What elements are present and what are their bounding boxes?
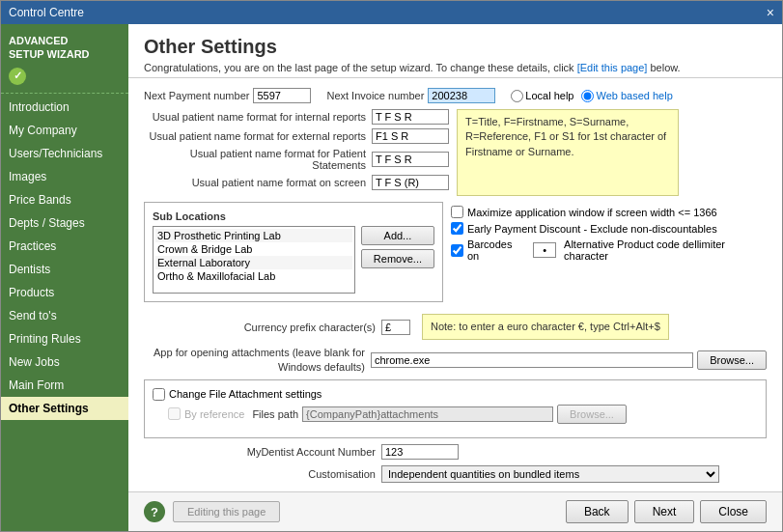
page-description: Congratulations, you are on the last pag… [144, 62, 767, 73]
editing-button: Editing this page [173, 501, 280, 522]
early-payment-checkbox[interactable] [451, 222, 463, 235]
sidebar-wizard-badge: ✓ [1, 66, 128, 91]
patient-external-label: Usual patient name format for external r… [144, 130, 366, 142]
sub-locations-box: Sub Locations 3D Prosthetic Printing Lab… [144, 202, 443, 302]
files-path-label: Files path [252, 408, 298, 420]
barcodes-checkbox-row: Barcodes on Alternative Product code del… [451, 238, 767, 262]
web-help-radio[interactable] [581, 90, 594, 102]
sidebar-item-send-tos[interactable]: Send to's [1, 304, 128, 327]
change-file-label: Change File Attachment settings [169, 388, 322, 400]
patient-external-input[interactable] [372, 128, 449, 144]
close-button[interactable]: Close [700, 500, 767, 523]
payment-invoice-row: Next Payment number Next Invoice number … [144, 88, 767, 103]
edit-page-link[interactable]: [Edit this page] [577, 62, 648, 73]
delimiter-label: Alternative Product code dellimiter char… [564, 238, 767, 262]
sub-locations-content: 3D Prosthetic Printing Lab Crown & Bridg… [153, 226, 434, 294]
sidebar-divider [1, 93, 128, 94]
maximize-checkbox[interactable] [451, 206, 463, 218]
list-item[interactable]: External Laboratory [155, 256, 352, 269]
app-input[interactable] [371, 352, 693, 368]
app-row: App for opening attachments (leave blank… [144, 346, 767, 374]
patient-statement-label: Usual patient name format for Patient St… [144, 148, 366, 171]
sidebar-item-practices[interactable]: Practices [1, 235, 128, 258]
file-attachment-section: Change File Attachment settings By refer… [144, 379, 767, 438]
app-label: App for opening attachments (leave blank… [144, 346, 365, 374]
sidebar-item-users-technicians[interactable]: Users/Technicians [1, 142, 128, 165]
list-item[interactable]: Ortho & Maxillofacial Lab [155, 269, 352, 283]
sub-locations-label: Sub Locations [153, 210, 434, 222]
currency-row: Currency prefix character(s) Note: to en… [144, 314, 767, 340]
footer-left: ? Editing this page [144, 501, 280, 522]
main-body: Next Payment number Next Invoice number … [128, 78, 782, 491]
sidebar-header: ADVANCED SETUP WIZARD [1, 24, 128, 66]
early-payment-checkbox-row: Early Payment Discount - Exclude non-dis… [451, 222, 767, 235]
sidebar-item-introduction[interactable]: Introduction [1, 96, 128, 119]
barcodes-label: Barcodes on [467, 238, 525, 262]
sub-locations-list[interactable]: 3D Prosthetic Printing Lab Crown & Bridg… [153, 226, 355, 294]
back-button[interactable]: Back [566, 500, 629, 523]
window-title: Control Centre [9, 6, 84, 19]
barcodes-checkbox[interactable] [451, 244, 463, 257]
list-item[interactable]: Crown & Bridge Lab [155, 242, 352, 256]
sub-locations-buttons: Add... Remove... [361, 226, 434, 294]
web-help-radio-label[interactable]: Web based help [581, 90, 672, 102]
patient-format-info-box: T=Title, F=Firstname, S=Surname, R=Refer… [457, 109, 679, 196]
content-area: ADVANCED SETUP WIZARD ✓ Introduction My … [1, 24, 782, 531]
local-help-radio[interactable] [511, 90, 523, 102]
sidebar-item-depts-stages[interactable]: Depts / Stages [1, 211, 128, 235]
sidebar-item-dentists[interactable]: Dentists [1, 258, 128, 281]
help-icon[interactable]: ? [144, 501, 165, 522]
main-panel: Other Settings Congratulations, you are … [128, 24, 782, 531]
footer: ? Editing this page Back Next Close [128, 491, 782, 531]
page-title: Other Settings [144, 36, 767, 58]
sidebar-item-printing-rules[interactable]: Printing Rules [1, 327, 128, 350]
customisation-label: Customisation [144, 468, 376, 480]
sidebar-item-images[interactable]: Images [1, 165, 128, 188]
window-close-button[interactable]: × [767, 5, 774, 20]
local-help-radio-label[interactable]: Local help [511, 90, 573, 102]
customisation-row: Customisation Independent quantities on … [144, 465, 767, 483]
mydentist-input[interactable] [381, 444, 459, 460]
patient-screen-input[interactable] [372, 175, 449, 190]
next-invoice-input[interactable] [428, 88, 495, 103]
patient-statement-row: Usual patient name format for Patient St… [144, 148, 449, 171]
remove-button[interactable]: Remove... [361, 249, 434, 268]
maximize-label: Maximize application window if screen wi… [467, 207, 717, 218]
sidebar-item-products[interactable]: Products [1, 281, 128, 304]
delimiter-input[interactable] [533, 242, 556, 258]
patient-statement-input[interactable] [372, 152, 449, 167]
next-payment-input[interactable] [253, 88, 311, 103]
currency-label: Currency prefix character(s) [144, 322, 376, 333]
sidebar-item-new-jobs[interactable]: New Jobs [1, 350, 128, 374]
early-payment-label: Early Payment Discount - Exclude non-dis… [467, 223, 717, 235]
sidebar-item-other-settings[interactable]: Other Settings [1, 397, 128, 420]
patient-formats-left: Usual patient name format for internal r… [144, 109, 449, 196]
checkboxes-section: Maximize application window if screen wi… [451, 202, 767, 308]
next-invoice-label: Next Invoice number [326, 90, 424, 101]
sidebar-item-main-form[interactable]: Main Form [1, 374, 128, 397]
mydentist-row: MyDentist Account Number [144, 444, 767, 460]
sidebar: ADVANCED SETUP WIZARD ✓ Introduction My … [1, 24, 128, 531]
patient-internal-input[interactable] [372, 109, 449, 125]
list-item[interactable]: 3D Prosthetic Printing Lab [155, 229, 352, 242]
next-button[interactable]: Next [634, 500, 695, 523]
patient-internal-label: Usual patient name format for internal r… [144, 111, 366, 123]
change-file-checkbox-row: Change File Attachment settings [153, 388, 758, 401]
currency-input[interactable] [381, 320, 410, 335]
change-file-checkbox[interactable] [153, 388, 165, 401]
footer-right: Back Next Close [566, 500, 767, 523]
sidebar-item-my-company[interactable]: My Company [1, 119, 128, 142]
sub-locations-section: Sub Locations 3D Prosthetic Printing Lab… [144, 202, 767, 308]
patient-screen-label: Usual patient name format on screen [144, 177, 366, 188]
sidebar-item-price-bands[interactable]: Price Bands [1, 188, 128, 211]
currency-note-box: Note: to enter a euro character €, type … [422, 314, 669, 340]
mydentist-label: MyDentist Account Number [144, 446, 376, 458]
title-bar: Control Centre × [1, 1, 782, 24]
by-reference-checkbox [168, 407, 181, 420]
customisation-select[interactable]: Independent quantities on bundled items [381, 465, 719, 483]
browse-button[interactable]: Browse... [697, 350, 767, 370]
patient-external-row: Usual patient name format for external r… [144, 128, 449, 144]
by-reference-label: By reference [184, 408, 244, 420]
add-button[interactable]: Add... [361, 226, 434, 245]
help-radio-group: Local help Web based help [511, 90, 672, 102]
